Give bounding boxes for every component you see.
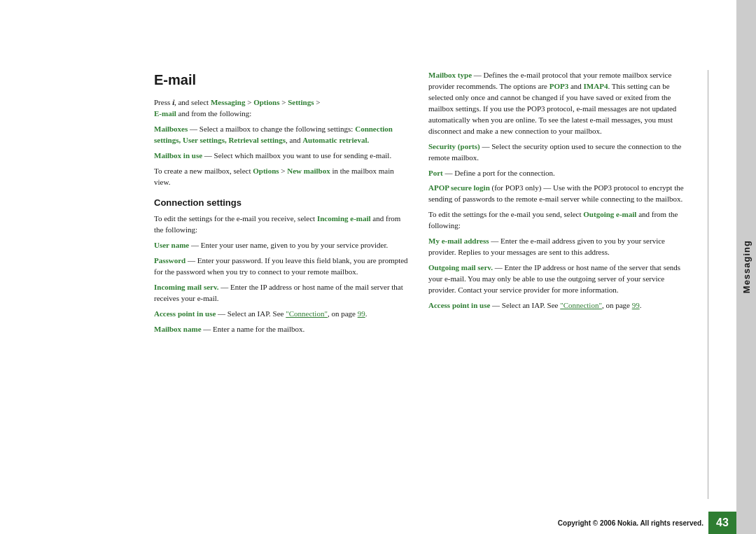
page: Messaging 43 Copyright © 2006 Nokia. All… bbox=[0, 0, 756, 534]
port-paragraph: Port — Define a port for the connection. bbox=[428, 168, 686, 179]
page-number: 43 bbox=[716, 517, 729, 529]
mailboxes-label: Mailboxes bbox=[154, 125, 188, 133]
mailbox-in-use-paragraph: Mailbox in use — Select which mailbox yo… bbox=[154, 150, 412, 162]
page-number-box: 43 bbox=[708, 512, 736, 534]
apop-label: APOP secure login bbox=[428, 183, 490, 192]
password-label: Password bbox=[154, 256, 186, 265]
incoming-mail-paragraph: Incoming mail serv. — Enter the IP addre… bbox=[154, 282, 412, 304]
connection-link2: "Connection" bbox=[560, 301, 602, 309]
security-ports-paragraph: Security (ports) — Select the security o… bbox=[428, 141, 686, 164]
pop3-label: POP3 bbox=[550, 82, 569, 90]
copyright: Copyright © 2006 Nokia. All rights reser… bbox=[558, 519, 704, 527]
port-label: Port bbox=[428, 169, 443, 177]
imap4-label: IMAP4 bbox=[584, 82, 608, 90]
new-mailbox-link: New mailbox bbox=[287, 167, 330, 175]
mailbox-name-paragraph: Mailbox name — Enter a name for the mail… bbox=[154, 324, 412, 335]
sidebar-tab: Messaging bbox=[736, 0, 756, 534]
mailbox-type-label: Mailbox type bbox=[428, 71, 472, 79]
access-point-label: Access point in use bbox=[154, 309, 216, 318]
mailbox-name-label: Mailbox name bbox=[154, 325, 202, 333]
connection-link: "Connection" bbox=[286, 309, 328, 318]
page-ref: 99 bbox=[358, 309, 365, 318]
user-name-paragraph: User name — Enter your user name, given … bbox=[154, 240, 412, 251]
my-email-label: My e-mail address bbox=[428, 237, 489, 245]
page-ref2: 99 bbox=[632, 301, 640, 309]
outgoing-email-link: Outgoing e-mail bbox=[583, 210, 636, 218]
new-mailbox-paragraph: To create a new mailbox, select Options … bbox=[154, 166, 412, 188]
outgoing-mail-label: Outgoing mail serv. bbox=[428, 263, 493, 272]
mailbox-type-paragraph: Mailbox type — Defines the e-mail protoc… bbox=[428, 70, 686, 137]
outgoing-intro-paragraph: To edit the settings for the e-mail you … bbox=[428, 209, 686, 232]
sidebar-label: Messaging bbox=[741, 240, 752, 293]
outgoing-mail-paragraph: Outgoing mail serv. — Enter the IP addre… bbox=[428, 262, 686, 296]
options-link: Options bbox=[253, 98, 279, 106]
automatic-retrieval-link: Automatic retrieval. bbox=[302, 136, 369, 144]
apop-paragraph: APOP secure login (for POP3 only) — Use … bbox=[428, 183, 686, 205]
email-link: E-mail bbox=[154, 109, 176, 118]
incoming-email-link: Incoming e-mail bbox=[317, 214, 371, 223]
page-title: E-mail bbox=[154, 70, 412, 90]
intro-paragraph: Press 𝑖, and select Messaging > Options … bbox=[154, 97, 412, 120]
conn-settings-intro: To edit the settings for the e-mail you … bbox=[154, 213, 412, 236]
options-link2: Options bbox=[253, 167, 279, 175]
content-area: E-mail Press 𝑖, and select Messaging > O… bbox=[154, 70, 686, 478]
user-name-label: User name bbox=[154, 241, 189, 249]
access-point2-paragraph: Access point in use — Select an IAP. See… bbox=[428, 300, 686, 311]
column-divider bbox=[708, 70, 708, 499]
incoming-mail-label: Incoming mail serv. bbox=[154, 283, 219, 291]
my-email-paragraph: My e-mail address — Enter the e-mail add… bbox=[428, 236, 686, 258]
password-paragraph: Password — Enter your password. If you l… bbox=[154, 255, 412, 278]
access-point2-label: Access point in use bbox=[428, 301, 490, 309]
settings-link: Settings bbox=[288, 98, 314, 106]
right-column: Mailbox type — Defines the e-mail protoc… bbox=[428, 70, 686, 478]
connection-settings-heading: Connection settings bbox=[154, 197, 412, 210]
left-column: E-mail Press 𝑖, and select Messaging > O… bbox=[154, 70, 412, 478]
messaging-link: Messaging bbox=[211, 98, 246, 106]
security-ports-label: Security (ports) bbox=[428, 142, 480, 150]
access-point-paragraph: Access point in use — Select an IAP. See… bbox=[154, 309, 412, 320]
mailboxes-paragraph: Mailboxes — Select a mailbox to change t… bbox=[154, 124, 412, 146]
key-symbol: 𝑖 bbox=[172, 98, 174, 106]
mailbox-in-use-label: Mailbox in use bbox=[154, 151, 202, 160]
